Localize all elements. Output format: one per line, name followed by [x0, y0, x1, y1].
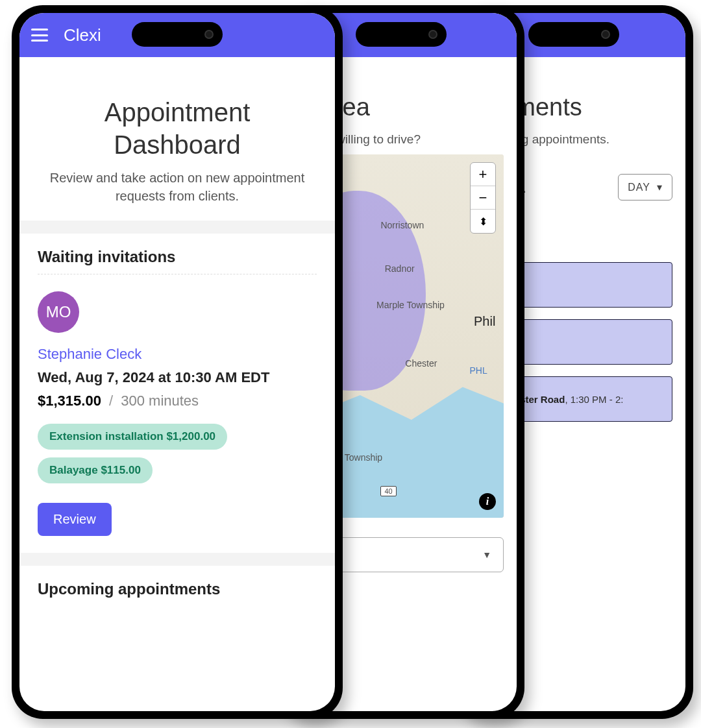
phone-frame-dashboard: Clexi Appointment Dashboard Review and t… [12, 5, 343, 719]
page-title: Appointment Dashboard [38, 96, 317, 161]
upcoming-appointments-header: Upcoming appointments [38, 566, 317, 606]
notch [356, 22, 447, 47]
map-label: Radnor [385, 263, 415, 274]
view-selector[interactable]: DAY ▾ [618, 174, 672, 200]
camera-icon [428, 30, 437, 39]
notch [528, 22, 619, 47]
map-label: Chester [405, 358, 437, 369]
zoom-out-button[interactable]: − [471, 186, 495, 210]
review-button[interactable]: Review [38, 503, 112, 536]
highway-shield: 40 [380, 486, 396, 496]
map-label: Marple Township [376, 300, 445, 310]
page-subtitle: Review and take action on new appointmen… [38, 169, 317, 205]
waiting-invitations-header: Waiting invitations [38, 234, 317, 274]
map-zoom-controls: + − ⬍ [470, 162, 496, 234]
price-line: $1,315.00 / 300 minutes [38, 393, 317, 409]
slot-time: , 1:30 PM - 2: [565, 394, 623, 405]
view-selector-label: DAY [628, 182, 650, 193]
invitation-card: MO Stephanie Cleck Wed, Aug 7, 2024 at 1… [38, 291, 317, 536]
client-name[interactable]: Stephanie Cleck [38, 346, 317, 363]
divider [38, 274, 317, 274]
screen: Clexi Appointment Dashboard Review and t… [19, 13, 335, 711]
map-label: Norristown [380, 220, 424, 230]
notch [132, 22, 223, 47]
price: $1,315.00 [38, 393, 101, 409]
duration: 300 minutes [121, 393, 199, 409]
chevron-down-icon: ▾ [657, 181, 663, 193]
service-chip: Balayage $115.00 [38, 457, 153, 483]
camera-icon [601, 30, 610, 39]
map-label: PHL [470, 365, 487, 376]
chevron-down-icon: ▼ [482, 550, 491, 560]
service-chip: Extension installation $1,200.00 [38, 424, 227, 450]
appointment-datetime: Wed, Aug 7, 2024 at 10:30 AM EDT [38, 369, 317, 386]
app-title: Clexi [64, 25, 101, 45]
avatar: MO [38, 291, 79, 333]
camera-icon [204, 30, 214, 39]
service-chips: Extension installation $1,200.00 Balayag… [38, 424, 317, 483]
map-label: Phil [474, 314, 495, 329]
section-divider [19, 221, 335, 234]
separator: / [109, 393, 113, 409]
section-divider [19, 553, 335, 566]
map-info-icon[interactable]: i [479, 493, 496, 510]
compass-button[interactable]: ⬍ [471, 210, 495, 233]
zoom-in-button[interactable]: + [471, 163, 495, 186]
menu-icon[interactable] [31, 29, 48, 42]
